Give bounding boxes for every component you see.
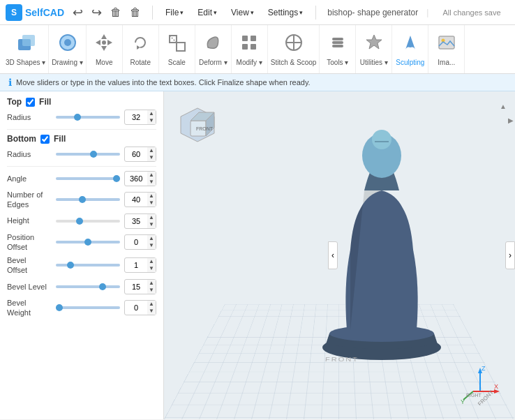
svg-rect-13 [242, 36, 248, 41]
tb-stitch[interactable]: Stitch & Scoop [268, 25, 320, 73]
cube-gizmo[interactable]: FRONT [175, 103, 217, 144]
bevel-offset-row: BevelOffset ▲ ▼ [7, 255, 156, 276]
bevel-offset-spinners: ▲ ▼ [147, 258, 156, 272]
bevel-level-down[interactable]: ▼ [147, 287, 156, 294]
bevel-weight-slider-wrap [56, 306, 120, 309]
top-radius-down[interactable]: ▼ [147, 117, 156, 124]
tb-3d-shapes[interactable]: 3D Shapes ▾ [3, 25, 49, 73]
tb-rotate[interactable]: Rotate [123, 25, 159, 73]
bevel-offset-down[interactable]: ▼ [147, 265, 156, 272]
tb-modify[interactable]: Modify ▾ [232, 25, 268, 73]
bevel-weight-spinners: ▲ ▼ [147, 301, 156, 315]
bottom-radius-up[interactable]: ▲ [147, 147, 156, 154]
trash-button-2[interactable]: 🗑 [127, 5, 144, 20]
trash-button-1[interactable]: 🗑 [107, 5, 124, 20]
bottom-radius-down[interactable]: ▼ [147, 154, 156, 161]
bevel-level-up[interactable]: ▲ [147, 280, 156, 287]
position-offset-label: PositionOffset [7, 232, 56, 253]
height-slider[interactable] [56, 220, 120, 223]
tb-3d-shapes-label: 3D Shapes ▾ [6, 59, 45, 66]
bottom-radius-input[interactable] [125, 149, 147, 160]
menu-edit[interactable]: Edit ▾ [193, 6, 221, 19]
height-input-wrap: ▲ ▼ [124, 213, 156, 229]
angle-down[interactable]: ▼ [147, 179, 156, 186]
num-edges-up[interactable]: ▲ [147, 193, 156, 200]
num-edges-input-wrap: ▲ ▼ [124, 192, 156, 207]
height-input[interactable] [125, 216, 147, 227]
nav-up[interactable]: ▲ [498, 101, 508, 112]
tb-deform[interactable]: Deform ▾ [195, 25, 232, 73]
bevel-offset-input[interactable] [125, 260, 147, 271]
svg-marker-9 [137, 45, 140, 50]
svg-line-12 [170, 36, 177, 43]
angle-slider[interactable] [56, 177, 120, 180]
bevel-weight-slider[interactable] [56, 306, 120, 309]
height-spinners: ▲ ▼ [147, 214, 156, 228]
viewport[interactable]: ‹ › FRONT ▲ ▶ [164, 91, 515, 419]
angle-input[interactable] [125, 173, 147, 184]
bottom-fill-checkbox[interactable] [40, 135, 50, 144]
bevel-offset-slider-wrap [56, 264, 120, 267]
num-edges-down[interactable]: ▼ [147, 200, 156, 207]
svg-point-34 [372, 130, 391, 149]
menu-file[interactable]: File ▾ [161, 6, 188, 19]
right-panel-collapse[interactable]: › [505, 241, 515, 269]
angle-label: Angle [7, 174, 56, 183]
height-up[interactable]: ▲ [147, 214, 156, 221]
menu-settings[interactable]: Settings ▾ [264, 6, 307, 19]
bottom-radius-slider[interactable] [56, 153, 120, 156]
tb-tools[interactable]: Tools ▾ [320, 25, 356, 73]
bevel-level-input-wrap: ▲ ▼ [124, 279, 156, 294]
svg-rect-20 [332, 41, 343, 44]
position-offset-input[interactable] [125, 237, 147, 248]
image-icon [436, 32, 457, 57]
bevel-weight-up[interactable]: ▲ [147, 301, 156, 308]
svg-text:Y: Y [461, 398, 465, 405]
bottom-radius-input-wrap: ▲ ▼ [124, 147, 156, 162]
bevel-offset-slider[interactable] [56, 264, 120, 267]
height-label: Height [7, 216, 56, 225]
bevel-level-input[interactable] [125, 281, 147, 292]
tb-scale[interactable]: Scale [159, 25, 195, 73]
infobar: ℹ Move sliders or type in the values int… [0, 74, 515, 91]
tb-utilities-label: Utilities ▾ [360, 59, 388, 66]
nav-right[interactable]: ▶ [508, 115, 514, 125]
undo-button[interactable]: ↩ [70, 3, 86, 22]
svg-rect-21 [332, 38, 343, 40]
top-radius-slider[interactable] [56, 116, 120, 119]
bevel-weight-input[interactable] [125, 302, 147, 313]
num-edges-slider[interactable] [56, 198, 120, 201]
bevel-weight-down[interactable]: ▼ [147, 308, 156, 315]
svg-rect-14 [251, 36, 256, 41]
position-offset-up[interactable]: ▲ [147, 235, 156, 242]
top-radius-input[interactable] [125, 112, 147, 123]
redo-button[interactable]: ↪ [89, 3, 105, 22]
tools-icon [327, 32, 348, 57]
top-fill-checkbox[interactable] [26, 98, 35, 107]
num-edges-label: Number ofEdges [7, 190, 56, 210]
top-radius-up[interactable]: ▲ [147, 110, 156, 117]
num-edges-input[interactable] [125, 194, 147, 205]
position-offset-slider[interactable] [56, 241, 120, 243]
tb-drawing[interactable]: Drawing ▾ [49, 25, 86, 73]
tb-stitch-label: Stitch & Scoop [271, 59, 317, 66]
menu-view[interactable]: View ▾ [227, 6, 258, 19]
tb-deform-label: Deform ▾ [199, 59, 227, 66]
left-panel-collapse[interactable]: ‹ [328, 241, 338, 269]
rotate-icon [130, 32, 151, 57]
tb-sculpting[interactable]: Sculpting [392, 25, 428, 73]
position-offset-down[interactable]: ▼ [147, 242, 156, 249]
tb-utilities[interactable]: Utilities ▾ [356, 25, 392, 73]
tb-image[interactable]: Ima... [428, 25, 465, 73]
tb-sculpting-label: Sculpting [396, 59, 424, 66]
bevel-level-slider[interactable] [56, 285, 120, 288]
bevel-offset-up[interactable]: ▲ [147, 258, 156, 265]
top-label: Top [7, 97, 22, 107]
top-radius-label: Radius [7, 112, 56, 122]
bevel-weight-row: BevelWeight ▲ ▼ [7, 298, 156, 318]
top-radius-input-wrap: ▲ ▼ [124, 110, 156, 125]
divider-2 [7, 166, 156, 167]
angle-up[interactable]: ▲ [147, 172, 156, 179]
height-down[interactable]: ▼ [147, 221, 156, 228]
tb-move[interactable]: Move [87, 25, 123, 73]
